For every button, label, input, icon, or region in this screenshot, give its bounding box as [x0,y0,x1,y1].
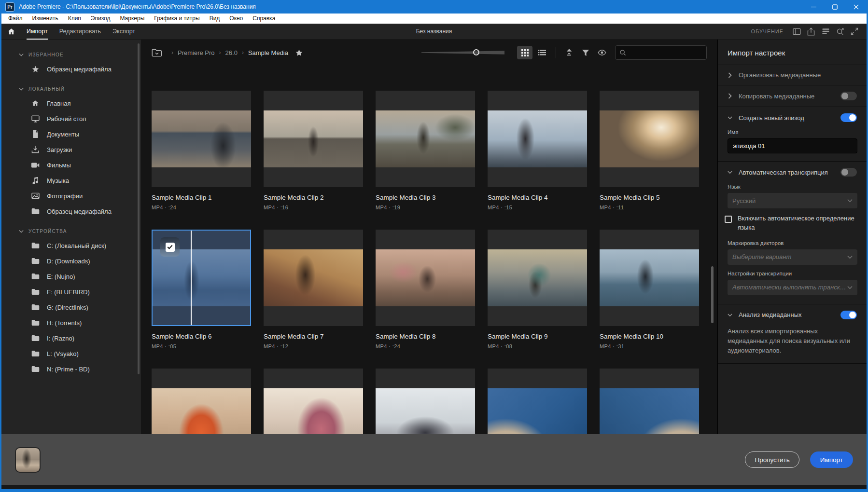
clip-thumbnail [600,110,699,167]
sidebar-item-label: E: (Nujno) [47,273,75,280]
sidebar-item-label: G: (Directlinks) [47,304,88,311]
copy-media-toggle[interactable] [840,92,857,100]
search-box[interactable] [615,45,707,60]
clip-card[interactable] [376,369,475,434]
clip-card[interactable] [376,91,475,187]
menu-item[interactable]: Графика и титры [149,14,204,24]
learn-panel-icon[interactable] [789,24,804,40]
auto-detect-language-option[interactable]: Включить автоматическое определение язык… [725,214,857,232]
auto-detect-checkbox[interactable] [725,216,732,223]
hover-scrubber[interactable] [191,231,192,325]
sidebar-item[interactable]: N: (Prime - BD) [1,361,141,377]
share-icon[interactable] [804,24,818,40]
menu-item[interactable]: Изменить [28,14,63,24]
quick-search-icon[interactable] [833,24,847,40]
sidebar-item[interactable]: Фильмы [1,157,141,173]
sidebar-item[interactable]: Музыка [1,173,141,188]
sidebar-item[interactable]: Образец медиафайла [1,61,141,77]
clip-card[interactable] [264,91,363,187]
sidebar-section-header[interactable]: УСТРОЙСТВА [1,226,141,238]
clip-thumbnail [376,249,475,306]
breadcrumb-item[interactable]: Sample Media [248,49,288,56]
sidebar-item[interactable]: Образец медиафайла [1,204,141,219]
thumbnail-zoom-slider[interactable] [421,49,504,56]
close-button[interactable] [845,0,867,14]
browser-toolbar: ›Premiere Pro›26.0›Sample Media [141,40,717,66]
clip-card[interactable] [488,230,587,326]
sidebar-item[interactable]: F: (BLUEBIRD) [1,284,141,300]
import-button[interactable]: Импорт [810,451,853,468]
sidebar-item[interactable]: H: (Torrents) [1,315,141,330]
sidebar-item[interactable]: C: (Локальный диск) [1,238,141,253]
skip-button[interactable]: Пропустить [745,451,799,468]
new-sequence-toggle[interactable] [840,113,857,122]
language-select[interactable]: Русский [728,193,857,208]
sidebar-item[interactable]: E: (Nujno) [1,269,141,284]
transcription-settings-select[interactable]: Автоматически выполнять транскри... [728,280,857,295]
sidebar-section-header[interactable]: ИЗБРАННОЕ [1,49,141,61]
speaker-labeling-select[interactable]: Выберите вариант [728,249,857,265]
clip-card[interactable] [488,369,587,434]
mode-tab[interactable]: Редактировать [54,24,107,40]
folder-dropdown-icon[interactable] [152,48,162,57]
menu-item[interactable]: Окно [224,14,248,24]
sidebar-item[interactable]: I: (Razno) [1,330,141,346]
grid-scrollbar[interactable] [711,266,714,323]
sidebar-item[interactable]: Фотографии [1,188,141,204]
clip-card[interactable] [152,91,251,187]
clip-card[interactable] [600,369,699,434]
list-view-button[interactable] [534,46,550,59]
menu-item[interactable]: Справка [248,14,280,24]
section-auto-transcription[interactable]: Автоматическая транскрипция [718,162,867,183]
sequence-name-input[interactable] [728,138,857,153]
clip-card[interactable] [600,230,699,326]
menu-item[interactable]: Клип [63,14,86,24]
clip-card[interactable] [264,369,363,434]
sidebar-item[interactable]: Главная [1,96,141,111]
maximize-button[interactable] [824,0,845,14]
minimize-button[interactable] [803,0,824,14]
sidebar-item[interactable]: D: (Downloads) [1,253,141,269]
breadcrumb-item[interactable]: Premiere Pro [178,49,215,56]
sidebar-item-label: Документы [47,131,79,138]
sidebar-section-header[interactable]: ЛОКАЛЬНЫЙ [1,83,141,96]
breadcrumb-item[interactable]: 26.0 [225,49,238,56]
sort-icon[interactable] [562,46,576,59]
clip-card[interactable] [600,91,699,187]
section-media-analysis[interactable]: Анализ медиаданных [718,304,867,326]
menu-item[interactable]: Маркеры [115,14,149,24]
workspaces-icon[interactable] [818,24,833,40]
section-new-sequence[interactable]: Создать новый эпизод [718,107,867,128]
media-analysis-toggle[interactable] [840,311,857,319]
favorite-star-icon[interactable] [295,49,303,57]
clip-card[interactable] [152,369,251,434]
learn-label[interactable]: ОБУЧЕНИЕ [751,28,784,34]
filter-icon[interactable] [578,46,593,59]
transcription-toggle[interactable] [840,168,857,177]
clip-card[interactable] [488,91,587,187]
sidebar-item[interactable]: Документы [1,126,141,142]
clip-card-selected[interactable] [152,230,251,326]
zoom-slider-knob[interactable] [473,49,479,55]
menu-item[interactable]: Файл [3,14,28,24]
search-input[interactable] [629,49,704,56]
preview-eye-icon[interactable] [595,46,609,59]
menu-item[interactable]: Вид [205,14,225,24]
section-organize-media[interactable]: Организовать медиаданные [718,65,867,85]
menu-item[interactable]: Эпизод [86,14,115,24]
sidebar-item[interactable]: L: (Vsyako) [1,346,141,361]
clip-checkbox[interactable] [160,237,180,257]
mode-tab[interactable]: Экспорт [107,24,141,40]
section-copy-media[interactable]: Копировать медиаданные [718,85,867,107]
sidebar-scrollbar[interactable] [138,43,140,374]
sidebar-item[interactable]: Рабочий стол [1,111,141,126]
sidebar-item[interactable]: Загрузки [1,142,141,157]
clip-cell: Sample Media Clip 2MP4 · :16 [264,91,363,210]
sidebar-item[interactable]: G: (Directlinks) [1,300,141,315]
home-button[interactable] [1,24,21,40]
clip-card[interactable] [376,230,475,326]
fullscreen-icon[interactable] [847,24,862,40]
grid-view-button[interactable] [517,46,532,59]
clip-card[interactable] [264,230,363,326]
mode-tab[interactable]: Импорт [21,24,54,40]
